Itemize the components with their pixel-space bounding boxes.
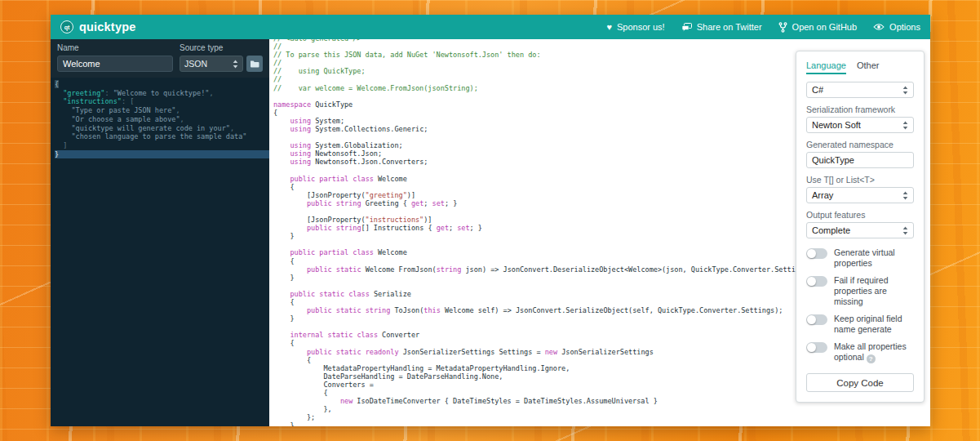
json-input-editor[interactable]: { "greeting": "Welcome to quicktype!", "… [51,78,269,426]
array-type-label: Use T[] or List<T> [806,175,914,185]
open-file-button[interactable] [246,56,263,72]
tab-other[interactable]: Other [857,60,880,74]
app-header: qt quicktype ♥ Sponsor us! Share on Twit… [51,15,930,39]
options-link[interactable]: Options [873,22,920,32]
heart-icon: ♥ [606,23,612,32]
toggle-row: Keep original field name generate [806,314,914,335]
header-links: ♥ Sponsor us! Share on Twitter [606,22,920,33]
name-label: Name [57,43,173,52]
copy-code-button[interactable]: Copy Code [806,373,914,392]
fail-if-required-missing-toggle[interactable] [806,276,827,287]
generated-namespace-input[interactable] [806,152,914,168]
chevron-updown-icon [902,191,908,200]
tab-language[interactable]: Language [806,60,846,74]
generate-virtual-properties-toggle[interactable] [806,248,827,259]
app-title: quicktype [79,20,136,33]
language-select[interactable]: C# [806,82,914,98]
json-input-content: { "greeting": "Welcome to quicktype!", "… [51,78,269,158]
array-type-select[interactable]: Array [806,187,914,203]
output-features-label: Output features [806,210,914,220]
chat-bubble-icon [681,23,692,32]
share-on-twitter-link[interactable]: Share on Twitter [681,22,762,32]
chevron-updown-icon [902,226,908,235]
name-input[interactable] [57,56,173,72]
serialization-framework-label: Serialization framework [806,105,914,114]
git-fork-icon [778,22,787,33]
chevron-updown-icon [902,86,908,95]
quicktype-logo-icon: qt [60,20,73,33]
source-type-label: Source type [180,43,263,52]
eye-icon [873,23,885,31]
quicktype-logo[interactable]: qt quicktype [60,20,136,33]
source-type-select[interactable]: JSON [180,56,243,72]
toggle-row: Generate virtual properties [806,247,914,269]
serialization-framework-select[interactable]: Newton Soft [806,117,914,133]
generated-namespace-label: Generated namespace [806,140,914,149]
keep-original-field-name-toggle[interactable] [806,314,827,325]
feature-toggles: Generate virtual properties Fail if requ… [806,247,914,363]
make-properties-optional-toggle[interactable] [806,342,827,353]
source-controls: Name Source type JSON [51,39,269,78]
toggle-row: Fail if required properties are missing [806,275,914,307]
chevron-updown-icon [233,60,238,69]
toggle-row: Make all properties optional? [806,341,914,363]
source-sidebar: Name Source type JSON [51,39,269,426]
help-icon[interactable]: ? [867,354,876,363]
chevron-updown-icon [902,121,908,130]
settings-tabs: Language Other [806,60,914,74]
open-on-github-link[interactable]: Open on GitHub [778,22,858,33]
sponsor-us-link[interactable]: ♥ Sponsor us! [606,22,664,32]
output-features-select[interactable]: Complete [806,222,914,238]
folder-icon [250,56,259,71]
language-settings-card: Language Other C# Serialization framewor… [796,51,925,403]
